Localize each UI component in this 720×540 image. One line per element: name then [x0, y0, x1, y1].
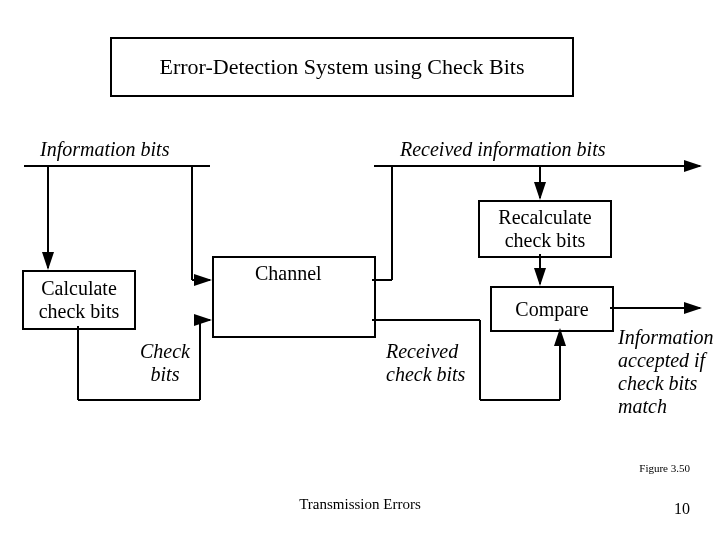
label-check-bits: Check bits: [140, 340, 190, 386]
diagram-title-text: Error-Detection System using Check Bits: [160, 54, 525, 80]
box-recalculate: Recalculate check bits: [478, 200, 612, 258]
box-calculate: Calculate check bits: [22, 270, 136, 330]
label-compare: Compare: [515, 298, 588, 321]
page-number: 10: [674, 500, 690, 518]
figure-number: Figure 3.50: [639, 462, 690, 474]
footer-caption: Transmission Errors: [0, 496, 720, 513]
label-recalculate: Recalculate check bits: [498, 206, 591, 252]
diagram-title: Error-Detection System using Check Bits: [110, 37, 574, 97]
label-result: Information accepted if check bits match: [618, 326, 714, 418]
label-received-info-bits: Received information bits: [400, 138, 606, 161]
label-information-bits: Information bits: [40, 138, 169, 161]
box-compare: Compare: [490, 286, 614, 332]
label-calculate: Calculate check bits: [39, 277, 120, 323]
label-channel: Channel: [255, 262, 322, 285]
label-received-check-bits: Received check bits: [386, 340, 465, 386]
